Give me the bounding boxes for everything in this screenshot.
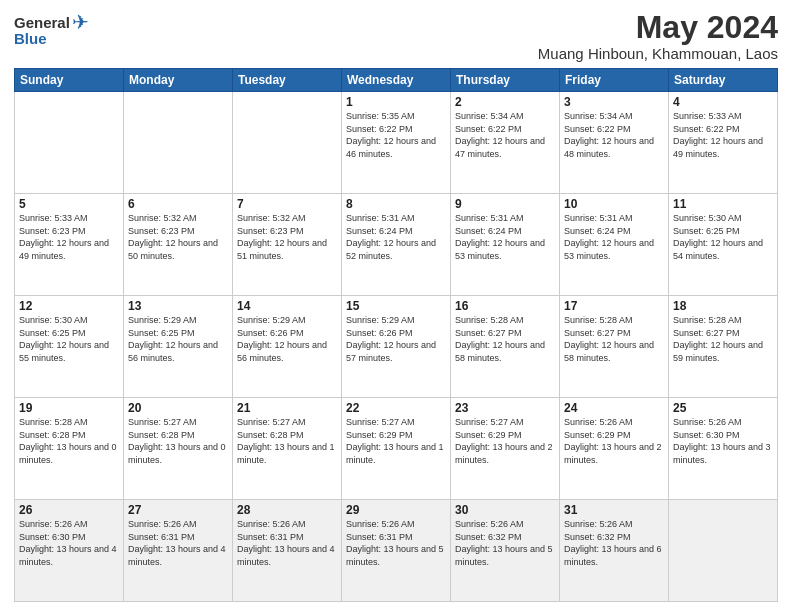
calendar-cell: 19Sunrise: 5:28 AMSunset: 6:28 PMDayligh… — [15, 398, 124, 500]
logo-icon: ✈ — [72, 10, 89, 34]
cell-sun-info: Sunrise: 5:27 AMSunset: 6:29 PMDaylight:… — [455, 416, 555, 466]
calendar-cell: 6Sunrise: 5:32 AMSunset: 6:23 PMDaylight… — [124, 194, 233, 296]
week-row-5: 26Sunrise: 5:26 AMSunset: 6:30 PMDayligh… — [15, 500, 778, 602]
cell-sun-info: Sunrise: 5:29 AMSunset: 6:26 PMDaylight:… — [237, 314, 337, 364]
calendar-cell: 17Sunrise: 5:28 AMSunset: 6:27 PMDayligh… — [560, 296, 669, 398]
month-title: May 2024 — [538, 10, 778, 45]
weekday-header-sunday: Sunday — [15, 69, 124, 92]
calendar-cell — [233, 92, 342, 194]
calendar: SundayMondayTuesdayWednesdayThursdayFrid… — [14, 68, 778, 602]
day-number: 31 — [564, 503, 664, 517]
calendar-cell: 15Sunrise: 5:29 AMSunset: 6:26 PMDayligh… — [342, 296, 451, 398]
day-number: 18 — [673, 299, 773, 313]
day-number: 19 — [19, 401, 119, 415]
day-number: 26 — [19, 503, 119, 517]
cell-sun-info: Sunrise: 5:26 AMSunset: 6:30 PMDaylight:… — [19, 518, 119, 568]
week-row-4: 19Sunrise: 5:28 AMSunset: 6:28 PMDayligh… — [15, 398, 778, 500]
cell-sun-info: Sunrise: 5:32 AMSunset: 6:23 PMDaylight:… — [128, 212, 228, 262]
day-number: 4 — [673, 95, 773, 109]
day-number: 1 — [346, 95, 446, 109]
cell-sun-info: Sunrise: 5:31 AMSunset: 6:24 PMDaylight:… — [564, 212, 664, 262]
header: General ✈ Blue May 2024 Muang Hinboun, K… — [14, 10, 778, 62]
calendar-cell: 25Sunrise: 5:26 AMSunset: 6:30 PMDayligh… — [669, 398, 778, 500]
logo-blue: Blue — [14, 30, 47, 47]
calendar-header: SundayMondayTuesdayWednesdayThursdayFrid… — [15, 69, 778, 92]
cell-sun-info: Sunrise: 5:26 AMSunset: 6:31 PMDaylight:… — [346, 518, 446, 568]
cell-sun-info: Sunrise: 5:30 AMSunset: 6:25 PMDaylight:… — [19, 314, 119, 364]
calendar-cell: 14Sunrise: 5:29 AMSunset: 6:26 PMDayligh… — [233, 296, 342, 398]
day-number: 29 — [346, 503, 446, 517]
calendar-cell: 13Sunrise: 5:29 AMSunset: 6:25 PMDayligh… — [124, 296, 233, 398]
cell-sun-info: Sunrise: 5:34 AMSunset: 6:22 PMDaylight:… — [455, 110, 555, 160]
calendar-cell: 12Sunrise: 5:30 AMSunset: 6:25 PMDayligh… — [15, 296, 124, 398]
cell-sun-info: Sunrise: 5:31 AMSunset: 6:24 PMDaylight:… — [346, 212, 446, 262]
weekday-header-tuesday: Tuesday — [233, 69, 342, 92]
calendar-cell: 18Sunrise: 5:28 AMSunset: 6:27 PMDayligh… — [669, 296, 778, 398]
weekday-header-monday: Monday — [124, 69, 233, 92]
cell-sun-info: Sunrise: 5:28 AMSunset: 6:27 PMDaylight:… — [564, 314, 664, 364]
day-number: 14 — [237, 299, 337, 313]
cell-sun-info: Sunrise: 5:29 AMSunset: 6:26 PMDaylight:… — [346, 314, 446, 364]
day-number: 5 — [19, 197, 119, 211]
cell-sun-info: Sunrise: 5:29 AMSunset: 6:25 PMDaylight:… — [128, 314, 228, 364]
cell-sun-info: Sunrise: 5:26 AMSunset: 6:30 PMDaylight:… — [673, 416, 773, 466]
calendar-body: 1Sunrise: 5:35 AMSunset: 6:22 PMDaylight… — [15, 92, 778, 602]
day-number: 16 — [455, 299, 555, 313]
day-number: 9 — [455, 197, 555, 211]
week-row-1: 1Sunrise: 5:35 AMSunset: 6:22 PMDaylight… — [15, 92, 778, 194]
cell-sun-info: Sunrise: 5:26 AMSunset: 6:32 PMDaylight:… — [455, 518, 555, 568]
cell-sun-info: Sunrise: 5:27 AMSunset: 6:29 PMDaylight:… — [346, 416, 446, 466]
calendar-cell: 10Sunrise: 5:31 AMSunset: 6:24 PMDayligh… — [560, 194, 669, 296]
calendar-cell: 9Sunrise: 5:31 AMSunset: 6:24 PMDaylight… — [451, 194, 560, 296]
day-number: 11 — [673, 197, 773, 211]
cell-sun-info: Sunrise: 5:35 AMSunset: 6:22 PMDaylight:… — [346, 110, 446, 160]
calendar-cell: 21Sunrise: 5:27 AMSunset: 6:28 PMDayligh… — [233, 398, 342, 500]
day-number: 20 — [128, 401, 228, 415]
day-number: 24 — [564, 401, 664, 415]
day-number: 6 — [128, 197, 228, 211]
day-number: 13 — [128, 299, 228, 313]
weekday-header-saturday: Saturday — [669, 69, 778, 92]
calendar-cell: 28Sunrise: 5:26 AMSunset: 6:31 PMDayligh… — [233, 500, 342, 602]
cell-sun-info: Sunrise: 5:33 AMSunset: 6:22 PMDaylight:… — [673, 110, 773, 160]
cell-sun-info: Sunrise: 5:32 AMSunset: 6:23 PMDaylight:… — [237, 212, 337, 262]
calendar-cell: 20Sunrise: 5:27 AMSunset: 6:28 PMDayligh… — [124, 398, 233, 500]
day-number: 3 — [564, 95, 664, 109]
logo-general: General — [14, 14, 70, 31]
day-number: 7 — [237, 197, 337, 211]
weekday-header-thursday: Thursday — [451, 69, 560, 92]
calendar-cell: 24Sunrise: 5:26 AMSunset: 6:29 PMDayligh… — [560, 398, 669, 500]
day-number: 22 — [346, 401, 446, 415]
calendar-cell: 23Sunrise: 5:27 AMSunset: 6:29 PMDayligh… — [451, 398, 560, 500]
cell-sun-info: Sunrise: 5:26 AMSunset: 6:32 PMDaylight:… — [564, 518, 664, 568]
calendar-cell: 4Sunrise: 5:33 AMSunset: 6:22 PMDaylight… — [669, 92, 778, 194]
weekday-row: SundayMondayTuesdayWednesdayThursdayFrid… — [15, 69, 778, 92]
calendar-cell: 31Sunrise: 5:26 AMSunset: 6:32 PMDayligh… — [560, 500, 669, 602]
cell-sun-info: Sunrise: 5:34 AMSunset: 6:22 PMDaylight:… — [564, 110, 664, 160]
title-block: May 2024 Muang Hinboun, Khammouan, Laos — [538, 10, 778, 62]
day-number: 30 — [455, 503, 555, 517]
calendar-cell: 16Sunrise: 5:28 AMSunset: 6:27 PMDayligh… — [451, 296, 560, 398]
day-number: 25 — [673, 401, 773, 415]
calendar-cell: 26Sunrise: 5:26 AMSunset: 6:30 PMDayligh… — [15, 500, 124, 602]
cell-sun-info: Sunrise: 5:26 AMSunset: 6:29 PMDaylight:… — [564, 416, 664, 466]
cell-sun-info: Sunrise: 5:27 AMSunset: 6:28 PMDaylight:… — [128, 416, 228, 466]
cell-sun-info: Sunrise: 5:30 AMSunset: 6:25 PMDaylight:… — [673, 212, 773, 262]
cell-sun-info: Sunrise: 5:28 AMSunset: 6:27 PMDaylight:… — [455, 314, 555, 364]
day-number: 10 — [564, 197, 664, 211]
calendar-cell: 2Sunrise: 5:34 AMSunset: 6:22 PMDaylight… — [451, 92, 560, 194]
calendar-cell — [669, 500, 778, 602]
location-title: Muang Hinboun, Khammouan, Laos — [538, 45, 778, 62]
calendar-cell: 22Sunrise: 5:27 AMSunset: 6:29 PMDayligh… — [342, 398, 451, 500]
calendar-cell: 5Sunrise: 5:33 AMSunset: 6:23 PMDaylight… — [15, 194, 124, 296]
calendar-cell: 8Sunrise: 5:31 AMSunset: 6:24 PMDaylight… — [342, 194, 451, 296]
day-number: 12 — [19, 299, 119, 313]
cell-sun-info: Sunrise: 5:31 AMSunset: 6:24 PMDaylight:… — [455, 212, 555, 262]
calendar-cell: 27Sunrise: 5:26 AMSunset: 6:31 PMDayligh… — [124, 500, 233, 602]
calendar-cell: 3Sunrise: 5:34 AMSunset: 6:22 PMDaylight… — [560, 92, 669, 194]
week-row-2: 5Sunrise: 5:33 AMSunset: 6:23 PMDaylight… — [15, 194, 778, 296]
day-number: 28 — [237, 503, 337, 517]
day-number: 21 — [237, 401, 337, 415]
day-number: 23 — [455, 401, 555, 415]
cell-sun-info: Sunrise: 5:26 AMSunset: 6:31 PMDaylight:… — [128, 518, 228, 568]
